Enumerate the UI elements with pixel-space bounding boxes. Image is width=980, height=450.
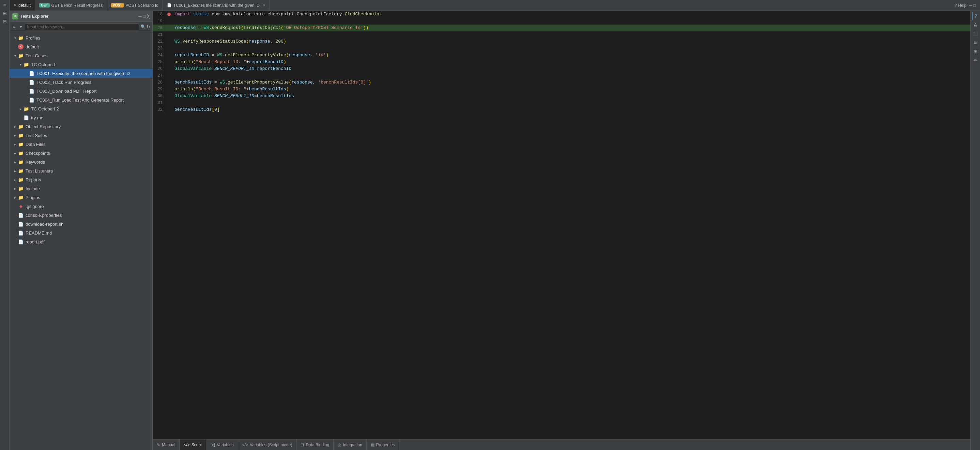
arrow-test-listeners [12,169,18,173]
sidebar-item-tryme[interactable]: 📄 try me [10,113,152,122]
test-listeners-icon: 📁 [18,168,24,174]
collapse-icon[interactable]: ─ [138,14,142,19]
download-sh-icon: 📄 [18,221,24,227]
bracket11: ) [369,80,371,85]
tab-properties[interactable]: ▤ Properties [367,439,399,450]
sidebar-item-test-suites[interactable]: 📁 Test Suites [10,131,152,140]
sidebar-item-tc004[interactable]: 📄 TC004_Run Load Test And Generate Repor… [10,96,152,104]
right-panel-icon-3[interactable]: ⬛ [972,30,979,37]
sidebar-item-keywords[interactable]: 📁 Keywords [10,158,152,166]
var-reportbenchid2: reportBenchID [249,59,283,64]
line-content-32: benchResultIds[0] [172,106,220,113]
toolbar-icon-3[interactable]: ⊟ [1,18,8,25]
sidebar-item-gitignore[interactable]: ◆ .gitignore [10,202,152,211]
minimize-icon[interactable]: ╳ [147,14,150,19]
sidebar-item-tc003[interactable]: 📄 TC003_Download PDF Report [10,86,152,96]
sidebar-item-data-files[interactable]: 📁 Data Files [10,140,152,148]
kw-static: static [193,11,212,17]
toolbar-icon-2[interactable]: ⊞ [1,10,8,17]
readme-icon: 📄 [18,230,24,236]
sidebar-item-download-sh[interactable]: 📄 download-report.sh [10,220,152,228]
help-button[interactable]: ? Help ─ □ [951,0,980,11]
code-editor[interactable]: 18 import static com.kms.katalon.core.ch… [153,11,970,439]
tab-integration[interactable]: ◎ Integration [334,439,367,450]
window-minimize[interactable]: ─ [969,3,972,8]
line-content-18: import static com.kms.katalon.core.check… [172,11,382,18]
tc002-label: TC002_Track Run Progress [37,80,91,85]
refresh-icon[interactable]: ↻ [146,24,150,29]
arrow-object-repo [12,125,18,129]
sidebar-item-plugins[interactable]: 📁 Plugins [10,193,152,202]
right-panel-icon-5[interactable]: ⊞ [972,48,979,55]
sidebar-item-testcases[interactable]: 📁 Test Cases [10,51,152,60]
line-number-32: 32 [153,106,166,113]
sidebar-item-report-pdf[interactable]: 📄 report.pdf [10,237,152,246]
tc-octoperf-folder-icon: 📁 [23,61,29,67]
plugins-label: Plugins [25,195,40,200]
left-toolbar: ≡ ⊞ ⊟ [0,0,10,450]
sidebar-item-tc001[interactable]: 📄 TC001_Executes the scenario with the g… [10,69,152,78]
tab-manual[interactable]: ✎ Manual [153,439,180,450]
window-maximize[interactable]: □ [974,3,976,8]
tab-script[interactable]: </> Script [180,439,206,450]
code-line-22: 22 WS.verifyResponseStatusCode(response,… [153,38,970,45]
line-number-18: 18 [153,11,166,18]
right-panel-icon-4[interactable]: ≋ [972,39,979,46]
tab-get-bench[interactable]: GET GET Bench Result Progress [35,0,107,11]
readme-label: README.md [25,230,52,236]
sidebar-item-tc-octoperf[interactable]: 📁 TC Octoperf [10,60,152,69]
reports-label: Reports [25,177,41,182]
tab-variables-script[interactable]: </> Variables (Script mode) [238,439,297,450]
line-bp-18[interactable] [166,13,172,16]
close-icon-tc001[interactable]: ✕ [263,3,266,7]
arrow-reports [12,178,18,182]
sidebar-item-checkpoints[interactable]: 📁 Checkpoints [10,148,152,158]
tab-default[interactable]: ✕ default [10,0,35,11]
report-pdf-label: report.pdf [25,239,45,244]
tab-variables[interactable]: {x} Variables [206,439,238,450]
sidebar-item-include[interactable]: 📁 Include [10,184,152,193]
num-0: 0 [214,107,217,112]
breakpoint-18[interactable] [167,13,171,16]
editor-area: 18 import static com.kms.katalon.core.ch… [153,11,970,450]
tab-data-binding[interactable]: ⊟ Data Binding [296,439,334,450]
sidebar-item-object-repo[interactable]: 📁 Object Repository [10,122,152,131]
arrow-plugins [12,196,18,199]
tab-tc001[interactable]: 📄 TC001_Executes the scenario with the g… [163,0,270,11]
sidebar-item-profiles[interactable]: 📁 Profiles [10,34,152,42]
tab-post-scenario[interactable]: POST POST Scenario Id [107,0,163,11]
right-panel-icon-1[interactable]: ? [972,12,979,20]
keywords-label: Keywords [25,160,45,165]
toolbar-icon-1[interactable]: ≡ [1,2,8,9]
tc002-icon: 📄 [29,79,35,85]
bracket14: [ [212,107,214,112]
integration-label: Integration [343,442,362,447]
variables-icon: {x} [210,442,215,447]
tab-label-tc001: TC001_Executes the scenario with the giv… [173,3,260,8]
sidebar-item-tc-octoperf2[interactable]: 📁 TC Octoperf 2 [10,104,152,113]
sidebar-item-tc002[interactable]: 📄 TC002_Track Run Progress [10,78,152,86]
app-icon: TE [12,13,18,19]
line-content-20: response = WS.sendRequest(findTestObject… [172,24,369,31]
dropdown-icon[interactable]: ▾ [18,24,24,30]
sidebar-item-console-props[interactable]: 📄 console.properties [10,211,152,220]
sidebar-item-readme[interactable]: 📄 README.md [10,228,152,237]
sidebar-item-reports[interactable]: 📁 Reports [10,175,152,184]
search-input[interactable] [25,24,139,30]
filter-icon[interactable]: ≡ [11,24,17,30]
code-line-31: 31 [153,99,970,106]
line-content-26: GlobalVariable.BENCH_REPORT_ID=reportBen… [172,65,291,72]
sidebar-item-default-profile[interactable]: ✕ default [10,42,152,51]
console-props-icon: 📄 [18,212,24,218]
string-or-path: 'OR Octoperf/POST Scenario Id' [283,25,363,30]
right-panel-icon-6[interactable]: ✏ [972,57,979,64]
tab-bar: ✕ default GET GET Bench Result Progress … [10,0,980,11]
right-panel-icon-2[interactable]: A [972,21,979,29]
var-response4: response [291,80,312,85]
class-globalvar2: GlobalVariable [175,93,212,99]
close-icon-default[interactable]: ✕ [14,3,17,8]
arrow-profiles [12,36,18,40]
search-icon[interactable]: 🔍 [140,24,146,29]
expand-icon[interactable]: □ [143,14,145,19]
sidebar-item-test-listeners[interactable]: 📁 Test Listeners [10,166,152,175]
